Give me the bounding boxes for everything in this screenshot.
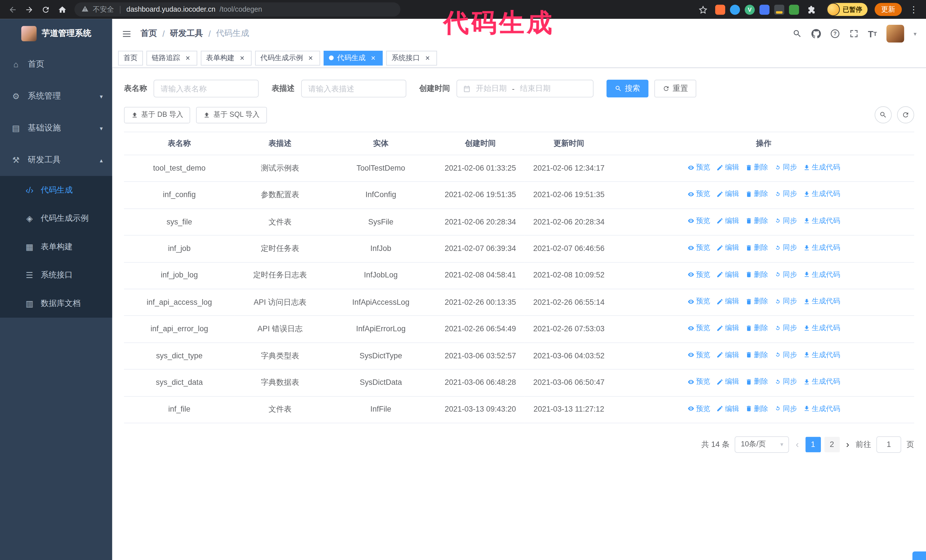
row-action-sync[interactable]: 同步 xyxy=(774,242,797,254)
breadcrumb-home[interactable]: 首页 xyxy=(141,28,157,39)
reset-button[interactable]: 重置 xyxy=(654,80,696,97)
row-action-preview[interactable]: 预览 xyxy=(687,376,710,388)
row-action-generate[interactable]: 生成代码 xyxy=(803,323,840,334)
row-action-delete[interactable]: 删除 xyxy=(745,323,768,334)
row-action-generate[interactable]: 生成代码 xyxy=(803,269,840,280)
row-action-edit[interactable]: 编辑 xyxy=(716,215,739,227)
row-action-generate[interactable]: 生成代码 xyxy=(803,242,840,254)
create-time-range-picker[interactable]: 开始日期 - 结束日期 xyxy=(457,80,593,97)
row-action-generate[interactable]: 生成代码 xyxy=(803,189,840,200)
tab-form-build[interactable]: 表单构建× xyxy=(201,50,251,65)
row-action-delete[interactable]: 删除 xyxy=(745,189,768,200)
next-page-button[interactable]: › xyxy=(845,440,850,449)
browser-back-icon[interactable] xyxy=(5,2,20,17)
search-button[interactable]: 搜索 xyxy=(607,80,649,97)
hamburger-icon[interactable] xyxy=(122,29,132,39)
row-action-delete[interactable]: 删除 xyxy=(745,403,768,414)
row-action-delete[interactable]: 删除 xyxy=(745,269,768,280)
row-action-generate[interactable]: 生成代码 xyxy=(803,162,840,173)
extension-icon-proxy[interactable] xyxy=(774,5,784,15)
page-button-1[interactable]: 1 xyxy=(805,437,820,452)
sidebar-item-system[interactable]: ⚙系统管理▾ xyxy=(0,80,112,112)
extensions-puzzle-icon[interactable] xyxy=(804,2,819,17)
refresh-table-button[interactable] xyxy=(897,106,914,123)
row-action-edit[interactable]: 编辑 xyxy=(716,296,739,307)
sidebar-item-infra[interactable]: ▤基础设施▾ xyxy=(0,112,112,144)
prev-page-button[interactable]: ‹ xyxy=(794,440,800,449)
table-name-input[interactable] xyxy=(154,80,259,97)
sidebar-subitem-db-doc[interactable]: ▥数据库文档 xyxy=(0,290,112,318)
sidebar-subitem-codegen[interactable]: ‹/›代码生成 xyxy=(0,176,112,204)
goto-page-input[interactable] xyxy=(876,436,901,453)
import-sql-button[interactable]: 基于 SQL 导入 xyxy=(196,107,267,123)
row-action-sync[interactable]: 同步 xyxy=(774,189,797,200)
row-action-preview[interactable]: 预览 xyxy=(687,215,710,227)
row-action-sync[interactable]: 同步 xyxy=(774,403,797,414)
close-icon[interactable]: × xyxy=(184,54,192,62)
chevron-down-icon[interactable]: ▾ xyxy=(914,30,916,37)
row-action-edit[interactable]: 编辑 xyxy=(716,376,739,388)
sidebar-subitem-api[interactable]: ☰系统接口 xyxy=(0,261,112,289)
import-db-button[interactable]: 基于 DB 导入 xyxy=(124,107,190,123)
row-action-preview[interactable]: 预览 xyxy=(687,242,710,254)
toggle-search-button[interactable] xyxy=(875,106,892,123)
row-action-preview[interactable]: 预览 xyxy=(687,162,710,173)
row-action-preview[interactable]: 预览 xyxy=(687,323,710,334)
bookmark-star-icon[interactable] xyxy=(695,2,711,17)
browser-menu-icon[interactable]: ⋮ xyxy=(906,2,921,17)
sidebar-item-devtools[interactable]: ⚒研发工具▴ xyxy=(0,144,112,176)
row-action-delete[interactable]: 删除 xyxy=(745,296,768,307)
vue-devtools-icon[interactable]: V xyxy=(745,5,755,15)
font-size-icon[interactable]: TT xyxy=(868,29,877,39)
row-action-edit[interactable]: 编辑 xyxy=(716,189,739,200)
row-action-delete[interactable]: 删除 xyxy=(745,162,768,173)
row-action-sync[interactable]: 同步 xyxy=(774,323,797,334)
row-action-preview[interactable]: 预览 xyxy=(687,403,710,414)
row-action-delete[interactable]: 删除 xyxy=(745,376,768,388)
row-action-sync[interactable]: 同步 xyxy=(774,349,797,361)
row-action-sync[interactable]: 同步 xyxy=(774,296,797,307)
row-action-generate[interactable]: 生成代码 xyxy=(803,296,840,307)
row-action-edit[interactable]: 编辑 xyxy=(716,162,739,173)
page-size-select[interactable]: 10条/页 ▾ xyxy=(735,436,789,453)
browser-forward-icon[interactable] xyxy=(21,2,37,17)
fullscreen-icon[interactable] xyxy=(849,29,858,38)
corner-widget[interactable] xyxy=(912,551,926,560)
close-icon[interactable]: × xyxy=(369,54,377,62)
row-action-sync[interactable]: 同步 xyxy=(774,269,797,280)
row-action-preview[interactable]: 预览 xyxy=(687,189,710,200)
help-icon[interactable]: ? xyxy=(830,29,840,38)
row-action-generate[interactable]: 生成代码 xyxy=(803,403,840,414)
tab-codegen-example[interactable]: 代码生成示例× xyxy=(255,50,320,65)
row-action-preview[interactable]: 预览 xyxy=(687,349,710,361)
row-action-delete[interactable]: 删除 xyxy=(745,349,768,361)
row-action-edit[interactable]: 编辑 xyxy=(716,403,739,414)
close-icon[interactable]: × xyxy=(424,54,432,62)
github-icon[interactable] xyxy=(811,29,820,38)
sidebar-item-home[interactable]: ⌂首页 xyxy=(0,48,112,80)
tab-codegen[interactable]: 代码生成× xyxy=(324,50,383,65)
row-action-sync[interactable]: 同步 xyxy=(774,376,797,388)
browser-update-button[interactable]: 更新 xyxy=(875,3,902,16)
tab-api[interactable]: 系统接口× xyxy=(386,50,437,65)
row-action-sync[interactable]: 同步 xyxy=(774,162,797,173)
close-icon[interactable]: × xyxy=(238,54,246,62)
extension-icon-blue[interactable] xyxy=(730,5,740,15)
row-action-edit[interactable]: 编辑 xyxy=(716,242,739,254)
row-action-edit[interactable]: 编辑 xyxy=(716,269,739,280)
browser-reload-icon[interactable] xyxy=(38,2,53,17)
search-icon[interactable] xyxy=(792,29,802,38)
row-action-edit[interactable]: 编辑 xyxy=(716,349,739,361)
browser-profile-chip[interactable]: 已暂停 xyxy=(827,3,868,16)
row-action-preview[interactable]: 预览 xyxy=(687,269,710,280)
extension-icon-green[interactable] xyxy=(789,5,799,15)
page-button-2[interactable]: 2 xyxy=(824,437,840,452)
app-logo[interactable]: 芋道管理系统 xyxy=(0,19,112,48)
row-action-generate[interactable]: 生成代码 xyxy=(803,215,840,227)
row-action-delete[interactable]: 删除 xyxy=(745,242,768,254)
user-avatar[interactable] xyxy=(887,25,904,42)
sidebar-subitem-codegen-example[interactable]: ◈代码生成示例 xyxy=(0,204,112,232)
row-action-preview[interactable]: 预览 xyxy=(687,296,710,307)
row-action-edit[interactable]: 编辑 xyxy=(716,323,739,334)
extension-icon-people[interactable] xyxy=(759,5,769,15)
